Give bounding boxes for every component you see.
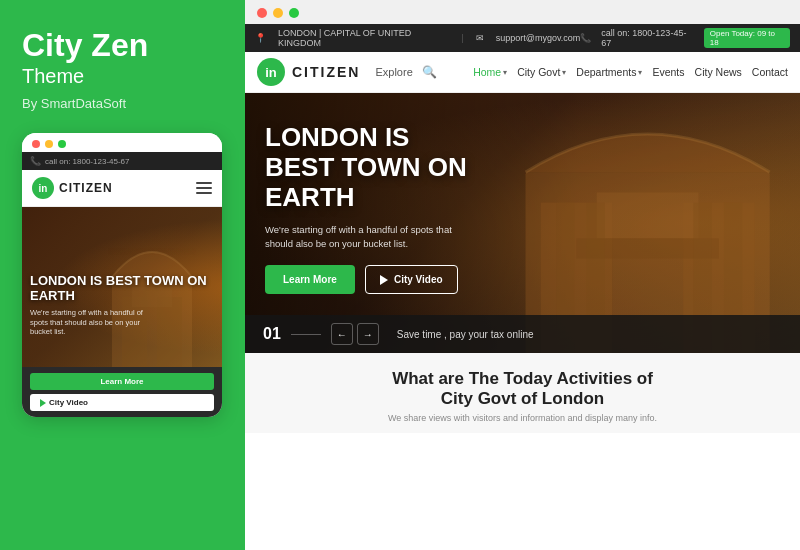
browser-chrome [245,0,800,24]
email-icon: ✉ [476,33,484,43]
prev-slide-button[interactable]: ← [331,323,353,345]
hero-arch-illustration [495,93,800,353]
home-arrow-icon: ▾ [503,68,507,77]
hero-buttons: Learn More City Video [265,265,467,294]
site-topbar: 📍 LONDON | CAPITAL OF UNITED KINGDOM | ✉… [245,24,800,52]
video-play-icon [380,275,388,285]
browser-dot-yellow [273,8,283,18]
mobile-dots [22,133,222,152]
phone-icon: 📞 [580,33,591,43]
slide-arrows: ← → [331,323,379,345]
hamburger-line [196,192,212,194]
slide-divider [291,334,321,335]
hero-title: LONDON IS BEST TOWN ON EARTH [265,123,467,213]
theme-title: City Zen [22,28,148,63]
theme-author: By SmartDataSoft [22,96,126,111]
dot-green [58,140,66,148]
mobile-phone-icon: 📞 [30,156,41,166]
mobile-logo-icon: in [32,177,54,199]
site-explore-label[interactable]: Explore [375,66,412,78]
site-navbar: in CITIZEN Explore 🔍 Home ▾ City Govt ▾ … [245,52,800,93]
nav-item-events[interactable]: Events [652,66,684,78]
browser-dot-green [289,8,299,18]
browser-dot-red [257,8,267,18]
site-hero: LONDON IS BEST TOWN ON EARTH We're start… [245,93,800,353]
email-text: support@mygov.com [496,33,581,43]
hero-bottom-bar: 01 ← → Save time , pay your tax online [245,315,800,353]
hamburger-line [196,182,212,184]
nav-item-departments[interactable]: Departments ▾ [576,66,642,78]
city-video-button[interactable]: City Video [365,265,458,294]
hero-title-line2: BEST TOWN ON [265,152,467,182]
section-desc: We share views with visitors and informa… [265,413,780,423]
mobile-topbar: 📞 call on: 1800-123-45-67 [22,152,222,170]
dot-yellow [45,140,53,148]
site-logo-icon: in [257,58,285,86]
slide-number: 01 [263,325,281,343]
mobile-learn-button[interactable]: Learn More [30,373,214,390]
site-logo-text: CITIZEN [292,64,360,80]
theme-subtitle: Theme [22,65,84,88]
topbar-divider: | [461,33,463,43]
location-text: LONDON | CAPITAL OF UNITED KINGDOM [278,28,449,48]
search-icon[interactable]: 🔍 [422,65,437,79]
mobile-hero-desc: We're starting off with a handful of spo… [30,308,160,337]
open-badge: Open Today: 09 to 18 [704,28,790,48]
section-title-line1: What are The Today Activities of [265,369,780,389]
nav-item-home[interactable]: Home ▾ [473,66,507,78]
site-logo: in CITIZEN Explore 🔍 [257,58,437,86]
site-section: What are The Today Activities of City Go… [245,353,800,433]
right-panel: 📍 LONDON | CAPITAL OF UNITED KINGDOM | ✉… [245,0,800,550]
hero-title-line3: EARTH [265,182,355,212]
mobile-logo-text: CITIZEN [59,181,113,195]
phone-text: call on: 1800-123-45-67 [601,28,693,48]
slide-caption: Save time , pay your tax online [397,329,534,340]
mobile-navbar: in CITIZEN [22,170,222,207]
mobile-video-label: City Video [49,398,88,407]
section-title-line2: City Govt of London [265,389,780,409]
hamburger-menu[interactable] [196,182,212,194]
site-nav: Home ▾ City Govt ▾ Departments ▾ Events … [473,66,788,78]
dot-red [32,140,40,148]
mobile-mockup: 📞 call on: 1800-123-45-67 in CITIZEN [22,133,222,417]
hero-desc: We're starting off with a handful of spo… [265,223,465,252]
mobile-hero: LONDON IS BEST TOWN ON EARTH We're start… [22,207,222,367]
svg-rect-7 [597,192,699,238]
left-panel: City Zen Theme By SmartDataSoft 📞 call o… [0,0,245,550]
departments-arrow-icon: ▾ [638,68,642,77]
nav-item-citygov[interactable]: City Govt ▾ [517,66,566,78]
play-icon [40,399,46,407]
topbar-left: 📍 LONDON | CAPITAL OF UNITED KINGDOM | ✉… [255,28,580,48]
mobile-phone-text: call on: 1800-123-45-67 [45,157,130,166]
learn-more-button[interactable]: Learn More [265,265,355,294]
mobile-hero-title: LONDON IS BEST TOWN ON EARTH [30,273,222,304]
mobile-logo: in CITIZEN [32,177,113,199]
nav-item-contact[interactable]: Contact [752,66,788,78]
hero-content: LONDON IS BEST TOWN ON EARTH We're start… [265,123,467,294]
location-icon: 📍 [255,33,266,43]
mobile-hero-content: LONDON IS BEST TOWN ON EARTH We're start… [30,273,222,337]
topbar-right: 📞 call on: 1800-123-45-67 Open Today: 09… [580,28,790,48]
hero-title-line1: LONDON IS [265,122,409,152]
nav-item-citynews[interactable]: City News [695,66,742,78]
hamburger-line [196,187,212,189]
next-slide-button[interactable]: → [357,323,379,345]
video-btn-label: City Video [394,274,443,285]
mobile-video-button[interactable]: City Video [30,394,214,411]
citygov-arrow-icon: ▾ [562,68,566,77]
